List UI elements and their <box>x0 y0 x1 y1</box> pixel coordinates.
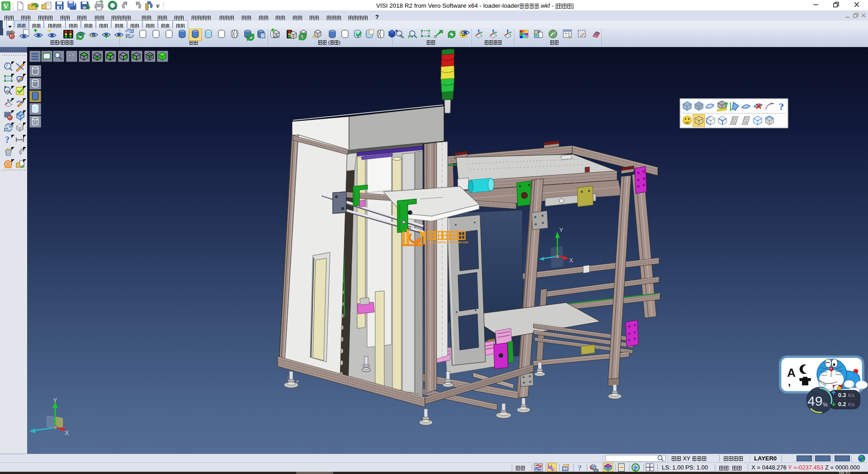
svg-text:?: ? <box>578 464 582 472</box>
svg-text:V: V <box>4 3 9 10</box>
svg-text:K/s: K/s <box>848 402 854 407</box>
svg-text:+/_: +/_ <box>312 34 319 39</box>
svg-text:0.2: 0.2 <box>838 401 846 408</box>
svg-text:Y: Y <box>53 397 57 404</box>
svg-text:Y: Y <box>559 227 563 233</box>
svg-text:INTELLIGENT MANUFACTURING DATA: INTELLIGENT MANUFACTURING DATA <box>428 242 469 244</box>
svg-text:,: , <box>788 376 791 388</box>
svg-text:+/_: +/_ <box>90 33 97 39</box>
svg-text:0.3: 0.3 <box>838 392 846 398</box>
svg-text:?: ? <box>779 101 784 112</box>
svg-text:X: X <box>569 257 573 264</box>
svg-text:X: X <box>65 429 69 436</box>
svg-text:49: 49 <box>807 393 822 408</box>
svg-text:?: ? <box>5 135 9 145</box>
svg-text:K/s: K/s <box>848 393 854 398</box>
svg-text:%: % <box>823 402 828 408</box>
